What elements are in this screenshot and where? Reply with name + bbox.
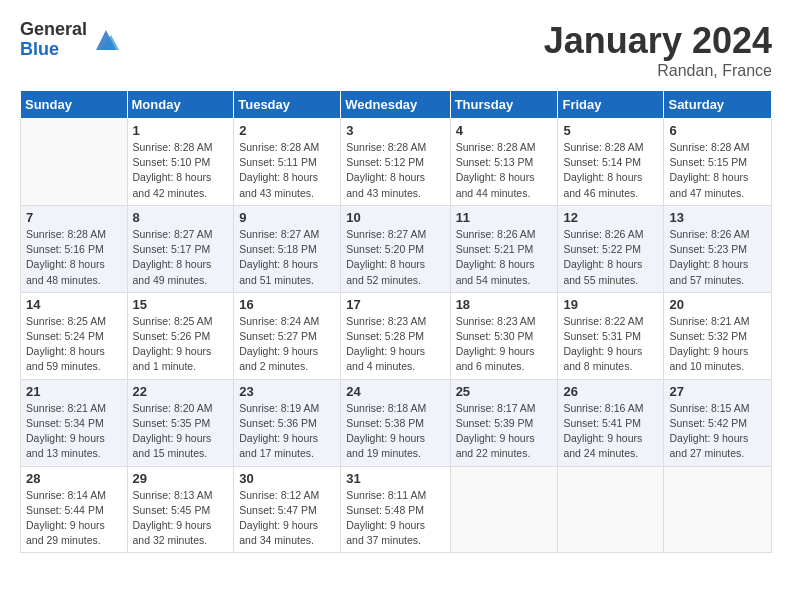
day-info: Sunrise: 8:21 AMSunset: 5:34 PMDaylight:…	[26, 401, 122, 462]
weekday-header-monday: Monday	[127, 91, 234, 119]
logo-text: General Blue	[20, 20, 87, 60]
day-info: Sunrise: 8:25 AMSunset: 5:24 PMDaylight:…	[26, 314, 122, 375]
day-info: Sunrise: 8:17 AMSunset: 5:39 PMDaylight:…	[456, 401, 553, 462]
calendar-week-row: 7Sunrise: 8:28 AMSunset: 5:16 PMDaylight…	[21, 205, 772, 292]
calendar-cell: 26Sunrise: 8:16 AMSunset: 5:41 PMDayligh…	[558, 379, 664, 466]
calendar-cell: 16Sunrise: 8:24 AMSunset: 5:27 PMDayligh…	[234, 292, 341, 379]
calendar-cell	[558, 466, 664, 553]
day-number: 7	[26, 210, 122, 225]
weekday-header-wednesday: Wednesday	[341, 91, 450, 119]
weekday-header-tuesday: Tuesday	[234, 91, 341, 119]
calendar-cell	[664, 466, 772, 553]
day-info: Sunrise: 8:24 AMSunset: 5:27 PMDaylight:…	[239, 314, 335, 375]
day-number: 31	[346, 471, 444, 486]
day-info: Sunrise: 8:28 AMSunset: 5:13 PMDaylight:…	[456, 140, 553, 201]
calendar-cell: 12Sunrise: 8:26 AMSunset: 5:22 PMDayligh…	[558, 205, 664, 292]
calendar-cell: 25Sunrise: 8:17 AMSunset: 5:39 PMDayligh…	[450, 379, 558, 466]
day-number: 9	[239, 210, 335, 225]
calendar-cell: 1Sunrise: 8:28 AMSunset: 5:10 PMDaylight…	[127, 119, 234, 206]
day-number: 4	[456, 123, 553, 138]
day-info: Sunrise: 8:13 AMSunset: 5:45 PMDaylight:…	[133, 488, 229, 549]
day-info: Sunrise: 8:28 AMSunset: 5:11 PMDaylight:…	[239, 140, 335, 201]
location: Randan, France	[544, 62, 772, 80]
calendar-cell: 8Sunrise: 8:27 AMSunset: 5:17 PMDaylight…	[127, 205, 234, 292]
calendar-week-row: 28Sunrise: 8:14 AMSunset: 5:44 PMDayligh…	[21, 466, 772, 553]
day-info: Sunrise: 8:16 AMSunset: 5:41 PMDaylight:…	[563, 401, 658, 462]
day-info: Sunrise: 8:19 AMSunset: 5:36 PMDaylight:…	[239, 401, 335, 462]
calendar-cell: 4Sunrise: 8:28 AMSunset: 5:13 PMDaylight…	[450, 119, 558, 206]
calendar-cell: 18Sunrise: 8:23 AMSunset: 5:30 PMDayligh…	[450, 292, 558, 379]
calendar-cell: 29Sunrise: 8:13 AMSunset: 5:45 PMDayligh…	[127, 466, 234, 553]
calendar-cell: 13Sunrise: 8:26 AMSunset: 5:23 PMDayligh…	[664, 205, 772, 292]
calendar-cell: 6Sunrise: 8:28 AMSunset: 5:15 PMDaylight…	[664, 119, 772, 206]
calendar-cell: 28Sunrise: 8:14 AMSunset: 5:44 PMDayligh…	[21, 466, 128, 553]
calendar-cell: 24Sunrise: 8:18 AMSunset: 5:38 PMDayligh…	[341, 379, 450, 466]
calendar-cell: 7Sunrise: 8:28 AMSunset: 5:16 PMDaylight…	[21, 205, 128, 292]
day-info: Sunrise: 8:27 AMSunset: 5:18 PMDaylight:…	[239, 227, 335, 288]
day-number: 10	[346, 210, 444, 225]
day-number: 16	[239, 297, 335, 312]
day-number: 27	[669, 384, 766, 399]
day-info: Sunrise: 8:27 AMSunset: 5:17 PMDaylight:…	[133, 227, 229, 288]
day-number: 15	[133, 297, 229, 312]
day-number: 11	[456, 210, 553, 225]
day-number: 23	[239, 384, 335, 399]
calendar-cell: 2Sunrise: 8:28 AMSunset: 5:11 PMDaylight…	[234, 119, 341, 206]
day-info: Sunrise: 8:15 AMSunset: 5:42 PMDaylight:…	[669, 401, 766, 462]
day-info: Sunrise: 8:22 AMSunset: 5:31 PMDaylight:…	[563, 314, 658, 375]
day-number: 22	[133, 384, 229, 399]
logo-icon	[91, 25, 121, 55]
day-info: Sunrise: 8:28 AMSunset: 5:14 PMDaylight:…	[563, 140, 658, 201]
day-number: 19	[563, 297, 658, 312]
calendar-week-row: 1Sunrise: 8:28 AMSunset: 5:10 PMDaylight…	[21, 119, 772, 206]
calendar-cell: 20Sunrise: 8:21 AMSunset: 5:32 PMDayligh…	[664, 292, 772, 379]
day-number: 12	[563, 210, 658, 225]
day-info: Sunrise: 8:20 AMSunset: 5:35 PMDaylight:…	[133, 401, 229, 462]
day-info: Sunrise: 8:11 AMSunset: 5:48 PMDaylight:…	[346, 488, 444, 549]
logo-general: General	[20, 20, 87, 40]
calendar-cell: 9Sunrise: 8:27 AMSunset: 5:18 PMDaylight…	[234, 205, 341, 292]
month-title: January 2024	[544, 20, 772, 62]
day-info: Sunrise: 8:18 AMSunset: 5:38 PMDaylight:…	[346, 401, 444, 462]
calendar-cell: 5Sunrise: 8:28 AMSunset: 5:14 PMDaylight…	[558, 119, 664, 206]
day-number: 28	[26, 471, 122, 486]
weekday-header-row: SundayMondayTuesdayWednesdayThursdayFrid…	[21, 91, 772, 119]
calendar-cell: 27Sunrise: 8:15 AMSunset: 5:42 PMDayligh…	[664, 379, 772, 466]
day-number: 1	[133, 123, 229, 138]
calendar-week-row: 21Sunrise: 8:21 AMSunset: 5:34 PMDayligh…	[21, 379, 772, 466]
calendar-cell: 3Sunrise: 8:28 AMSunset: 5:12 PMDaylight…	[341, 119, 450, 206]
calendar-cell: 19Sunrise: 8:22 AMSunset: 5:31 PMDayligh…	[558, 292, 664, 379]
day-number: 6	[669, 123, 766, 138]
day-number: 30	[239, 471, 335, 486]
day-number: 13	[669, 210, 766, 225]
day-number: 8	[133, 210, 229, 225]
day-number: 5	[563, 123, 658, 138]
day-number: 18	[456, 297, 553, 312]
day-number: 21	[26, 384, 122, 399]
day-number: 14	[26, 297, 122, 312]
day-info: Sunrise: 8:28 AMSunset: 5:12 PMDaylight:…	[346, 140, 444, 201]
day-info: Sunrise: 8:25 AMSunset: 5:26 PMDaylight:…	[133, 314, 229, 375]
day-info: Sunrise: 8:14 AMSunset: 5:44 PMDaylight:…	[26, 488, 122, 549]
weekday-header-saturday: Saturday	[664, 91, 772, 119]
day-number: 20	[669, 297, 766, 312]
day-info: Sunrise: 8:28 AMSunset: 5:16 PMDaylight:…	[26, 227, 122, 288]
page-header: General Blue January 2024 Randan, France	[20, 20, 772, 80]
calendar-cell: 15Sunrise: 8:25 AMSunset: 5:26 PMDayligh…	[127, 292, 234, 379]
calendar-cell: 11Sunrise: 8:26 AMSunset: 5:21 PMDayligh…	[450, 205, 558, 292]
weekday-header-sunday: Sunday	[21, 91, 128, 119]
day-info: Sunrise: 8:12 AMSunset: 5:47 PMDaylight:…	[239, 488, 335, 549]
calendar-cell	[21, 119, 128, 206]
day-info: Sunrise: 8:26 AMSunset: 5:23 PMDaylight:…	[669, 227, 766, 288]
day-number: 29	[133, 471, 229, 486]
weekday-header-thursday: Thursday	[450, 91, 558, 119]
calendar-cell: 23Sunrise: 8:19 AMSunset: 5:36 PMDayligh…	[234, 379, 341, 466]
day-number: 3	[346, 123, 444, 138]
day-number: 2	[239, 123, 335, 138]
calendar-cell: 30Sunrise: 8:12 AMSunset: 5:47 PMDayligh…	[234, 466, 341, 553]
calendar-cell	[450, 466, 558, 553]
day-info: Sunrise: 8:23 AMSunset: 5:28 PMDaylight:…	[346, 314, 444, 375]
day-info: Sunrise: 8:27 AMSunset: 5:20 PMDaylight:…	[346, 227, 444, 288]
day-number: 26	[563, 384, 658, 399]
weekday-header-friday: Friday	[558, 91, 664, 119]
